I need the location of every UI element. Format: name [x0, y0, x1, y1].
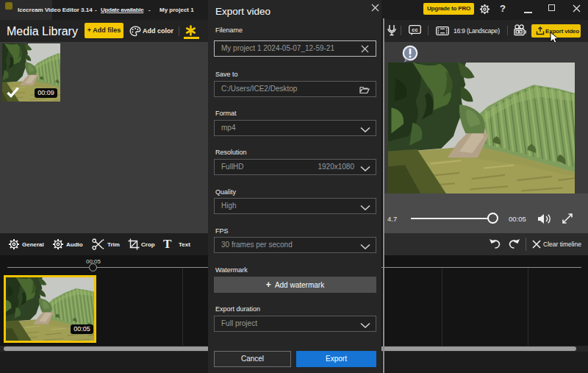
- svg-text:cc: cc: [412, 26, 417, 33]
